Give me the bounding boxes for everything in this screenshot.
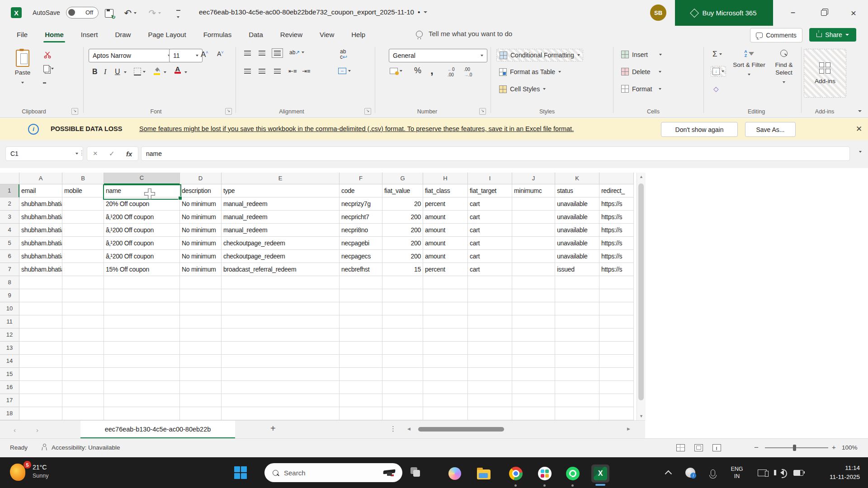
cell-G4[interactable]: 200	[382, 224, 423, 237]
cell-I1[interactable]: fiat_target	[468, 184, 512, 197]
horizontal-scroll-thumb[interactable]	[418, 427, 504, 432]
top-align-button[interactable]	[244, 51, 251, 56]
cell-G7[interactable]: 15	[382, 263, 423, 276]
font-color-button[interactable]: A	[175, 65, 181, 74]
undo-button[interactable]: ↶	[121, 7, 139, 19]
cell-F2[interactable]: necprizy7g	[340, 197, 382, 211]
cell-H8[interactable]	[423, 276, 468, 289]
decrease-font-button[interactable]: A˅	[217, 50, 224, 57]
cell-D14[interactable]	[180, 355, 222, 368]
cell-C17[interactable]	[104, 394, 180, 407]
col-header-I[interactable]: I	[468, 173, 512, 184]
cell-F9[interactable]	[340, 289, 382, 302]
cell-A2[interactable]: shubham.bhatia@nec	[19, 197, 62, 211]
cell-K2[interactable]: unavailable	[555, 197, 599, 211]
cell-G13[interactable]	[382, 342, 423, 355]
cell-K10[interactable]	[555, 302, 599, 315]
cell-J18[interactable]	[512, 407, 555, 420]
bold-button[interactable]: B	[92, 68, 98, 76]
row-header-18[interactable]: 18	[0, 407, 19, 420]
cell-A17[interactable]	[19, 394, 62, 407]
cell-F16[interactable]	[340, 381, 382, 394]
close-warning-button[interactable]: ✕	[856, 124, 862, 134]
cell-L17[interactable]	[599, 394, 634, 407]
start-button[interactable]	[234, 466, 247, 479]
format-as-table-button[interactable]: Format as Table	[496, 66, 564, 78]
cell-C2[interactable]: 20% Off coupon	[104, 197, 180, 211]
cell-B17[interactable]	[62, 394, 104, 407]
cell-E3[interactable]: manual_redeem	[222, 211, 340, 224]
cell-L4[interactable]: https://s	[599, 224, 634, 237]
col-header-F[interactable]: F	[340, 173, 382, 184]
cell-K14[interactable]	[555, 355, 599, 368]
cell-D1[interactable]: description	[180, 184, 222, 197]
cell-I15[interactable]	[468, 368, 512, 381]
cell-B5[interactable]	[62, 237, 104, 250]
task-view-button[interactable]	[410, 467, 421, 478]
cell-E4[interactable]: manual_redeem	[222, 224, 340, 237]
add-ins-button[interactable]: Add-ins	[804, 49, 846, 98]
row-header-3[interactable]: 3	[0, 211, 19, 224]
cell-J13[interactable]	[512, 342, 555, 355]
cell-B1[interactable]: mobile	[62, 184, 104, 197]
merge-center-button[interactable]: ↔	[338, 68, 351, 74]
cell-B11[interactable]	[62, 315, 104, 328]
cell-F10[interactable]	[340, 302, 382, 315]
cell-A14[interactable]	[19, 355, 62, 368]
middle-align-button[interactable]	[259, 51, 265, 56]
cell-B12[interactable]	[62, 328, 104, 342]
restore-button[interactable]	[809, 0, 838, 26]
vertical-scrollbar[interactable]: ▲ ▼	[637, 173, 646, 420]
cell-F17[interactable]	[340, 394, 382, 407]
cell-B15[interactable]	[62, 368, 104, 381]
tab-insert[interactable]: Insert	[73, 26, 106, 43]
tab-draw[interactable]: Draw	[107, 26, 138, 43]
cell-A8[interactable]	[19, 276, 62, 289]
cell-I17[interactable]	[468, 394, 512, 407]
accessibility-status[interactable]: Accessibility: Unavailable	[52, 444, 120, 451]
cell-E11[interactable]	[222, 315, 340, 328]
cell-A3[interactable]: shubham.bhatia@nec	[19, 211, 62, 224]
row-header-13[interactable]: 13	[0, 342, 19, 355]
excel-app-taskbar-icon[interactable]: X	[591, 465, 609, 483]
cell-J4[interactable]	[512, 224, 555, 237]
dont-show-again-button[interactable]: Don't show again	[661, 122, 738, 137]
bottom-align-button[interactable]	[274, 51, 281, 56]
cell-J15[interactable]	[512, 368, 555, 381]
cell-K8[interactable]	[555, 276, 599, 289]
col-header-partial[interactable]	[599, 173, 634, 184]
cell-L9[interactable]	[599, 289, 634, 302]
cell-E12[interactable]	[222, 328, 340, 342]
prev-sheet-button[interactable]: ‹	[14, 426, 16, 434]
tab-review[interactable]: Review	[273, 26, 310, 43]
col-header-B[interactable]: B	[62, 173, 104, 184]
cell-E16[interactable]	[222, 381, 340, 394]
row-header-8[interactable]: 8	[0, 276, 19, 289]
col-header-E[interactable]: E	[222, 173, 340, 184]
cell-G2[interactable]: 20	[382, 197, 423, 211]
cell-F15[interactable]	[340, 368, 382, 381]
cell-K1[interactable]: status	[555, 184, 599, 197]
row-header-5[interactable]: 5	[0, 237, 19, 250]
cell-H9[interactable]	[423, 289, 468, 302]
cell-C8[interactable]	[104, 276, 180, 289]
cell-H11[interactable]	[423, 315, 468, 328]
cell-G5[interactable]: 200	[382, 237, 423, 250]
row-header-17[interactable]: 17	[0, 394, 19, 407]
microphone-tray-icon[interactable]	[706, 457, 720, 488]
cell-F7[interactable]: necbrefhst	[340, 263, 382, 276]
name-box[interactable]: C1	[5, 146, 83, 161]
cell-B10[interactable]	[62, 302, 104, 315]
number-format-select[interactable]: General	[389, 49, 487, 62]
cell-L5[interactable]: https://s	[599, 237, 634, 250]
cell-D2[interactable]: No minimum	[180, 197, 222, 211]
cell-C12[interactable]	[104, 328, 180, 342]
cell-D5[interactable]: No minimum	[180, 237, 222, 250]
cell-F12[interactable]	[340, 328, 382, 342]
slack-app-icon[interactable]	[536, 465, 554, 483]
cell-L6[interactable]: https://s	[599, 250, 634, 263]
sheet-tab-active[interactable]: eec76eab-b130-4c5e-ac00-80eb22b	[80, 421, 235, 439]
horizontal-scrollbar[interactable]: ◀ ▶	[414, 427, 624, 432]
cell-H17[interactable]	[423, 394, 468, 407]
cell-A9[interactable]	[19, 289, 62, 302]
